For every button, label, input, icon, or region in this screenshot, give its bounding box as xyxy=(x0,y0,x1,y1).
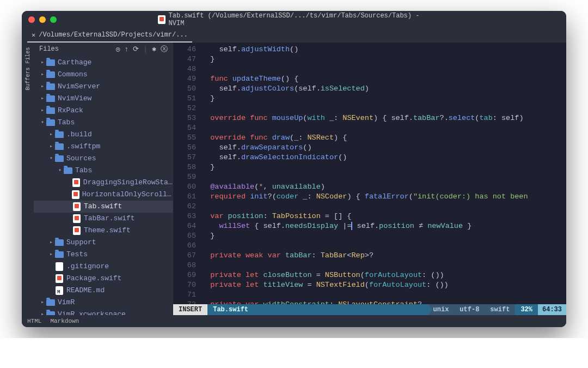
code-line[interactable]: } xyxy=(201,231,566,241)
code-line[interactable] xyxy=(201,123,566,133)
tree-item[interactable]: ▸NvimView xyxy=(34,93,173,105)
chevron-right-icon[interactable]: ▸ xyxy=(48,142,54,152)
code-line[interactable] xyxy=(201,241,566,251)
chevron-right-icon[interactable]: ▸ xyxy=(39,298,46,307)
tree-item[interactable]: Tab.swift xyxy=(34,201,173,213)
line-number: 59 xyxy=(173,172,196,182)
code-line[interactable]: @available(*, unavailable) xyxy=(201,182,566,192)
code-line[interactable]: func updateTheme() { xyxy=(201,74,566,84)
swift-file-icon xyxy=(72,202,82,211)
code-line[interactable]: override func mouseUp(with _: NSEvent) {… xyxy=(201,113,566,123)
chevron-right-icon[interactable]: ▸ xyxy=(39,94,46,104)
window-minimize-button[interactable] xyxy=(39,16,46,23)
chevron-right-icon[interactable]: ▸ xyxy=(39,106,46,116)
tree-item-label: Tabs xyxy=(75,166,92,176)
editor: 4647484950515253545556575859606162636465… xyxy=(173,43,566,315)
tab-close-icon[interactable]: ✕ xyxy=(32,31,35,39)
code-line[interactable]: override func draw(_: NSRect) { xyxy=(201,133,566,143)
footer-tool-html[interactable]: HTML xyxy=(27,318,41,324)
tree-item[interactable]: DraggingSingleRowStack xyxy=(34,177,173,189)
tree-item[interactable]: ▾Tabs xyxy=(34,117,173,129)
code-line[interactable]: willSet { self.needsDisplay |= self.posi… xyxy=(201,221,566,231)
folder-icon xyxy=(54,131,64,138)
code-line[interactable] xyxy=(201,202,566,212)
code-line[interactable]: self.adjustWidth() xyxy=(201,45,566,55)
markdown-file-icon xyxy=(54,286,64,295)
code-line[interactable]: var position: TabPosition = [] { xyxy=(201,212,566,221)
code-line[interactable]: } xyxy=(201,162,566,172)
tab-label: /Volumes/ExternalSSD/Projects/vimr/... xyxy=(39,31,188,39)
document-tab[interactable]: ✕ /Volumes/ExternalSSD/Projects/vimr/... xyxy=(27,29,192,43)
tree-item[interactable]: ▸Support xyxy=(34,237,173,249)
folder-icon xyxy=(54,143,64,150)
tree-item[interactable]: .gitignore xyxy=(34,261,173,273)
chevron-down-icon[interactable]: ▾ xyxy=(48,154,54,164)
tree-item[interactable]: ▸RxPack xyxy=(34,105,173,117)
code-line[interactable] xyxy=(201,104,566,113)
code-line[interactable] xyxy=(201,64,566,74)
code-line[interactable] xyxy=(201,261,566,270)
window-title-text: Tab.swift (/Volumes/ExternalSSD/.../ts/v… xyxy=(169,12,430,27)
tree-item-label: Sources xyxy=(66,154,96,164)
code-line[interactable]: required init?(coder _: NSCoder) { fatal… xyxy=(201,192,566,202)
chevron-down-icon[interactable]: ▾ xyxy=(57,166,63,176)
scroll-to-file-icon[interactable]: ◎ xyxy=(116,45,120,53)
window-maximize-button[interactable] xyxy=(50,16,57,23)
side-tab-buffers[interactable]: Buffers xyxy=(25,67,31,90)
tree-item[interactable]: ▸VimR xyxy=(34,297,173,309)
chevron-right-icon[interactable]: ▸ xyxy=(48,238,54,248)
file-tree[interactable]: ▸Carthage▸Commons▸NvimServer▸NvimView▸Rx… xyxy=(34,56,173,315)
chevron-right-icon[interactable]: ▸ xyxy=(39,58,46,68)
tree-item-label: Package.swift xyxy=(66,274,121,283)
window-close-button[interactable] xyxy=(28,16,35,23)
tree-item[interactable]: ▾Sources xyxy=(34,153,173,165)
code-line[interactable]: } xyxy=(201,55,566,64)
tree-item[interactable]: ▾Tabs xyxy=(34,165,173,177)
code-line[interactable]: } xyxy=(201,94,566,104)
settings-icon[interactable]: ✱ xyxy=(152,45,156,53)
footer-tool-markdown[interactable]: Markdown xyxy=(50,318,79,324)
tree-item[interactable]: ▸.swiftpm xyxy=(34,141,173,153)
tree-item[interactable]: HorizontalOnlyScrollView xyxy=(34,189,173,201)
tree-item[interactable]: TabBar.swift xyxy=(34,213,173,225)
line-number: 68 xyxy=(173,261,196,270)
line-number: 51 xyxy=(173,94,196,104)
code-line[interactable]: private weak var tabBar: TabBar<Rep>? xyxy=(201,251,566,261)
line-number: 71 xyxy=(173,290,196,300)
chevron-right-icon[interactable]: ▸ xyxy=(48,250,54,260)
code-line[interactable] xyxy=(201,172,566,182)
chevron-right-icon[interactable]: ▸ xyxy=(48,130,54,140)
go-up-icon[interactable]: ↑ xyxy=(125,45,129,53)
chevron-down-icon[interactable]: ▾ xyxy=(39,118,46,128)
tree-item-label: Commons xyxy=(58,70,88,80)
code-line[interactable]: private var widthConstraint: NSLayoutCon… xyxy=(201,300,566,304)
tree-item[interactable]: Package.swift xyxy=(34,273,173,285)
refresh-icon[interactable]: ⟳ xyxy=(133,45,139,53)
tree-item[interactable]: ▸Carthage xyxy=(34,57,173,69)
tree-item-label: Support xyxy=(66,238,96,248)
folder-icon xyxy=(46,119,56,126)
code-line[interactable] xyxy=(201,290,566,300)
chevron-right-icon[interactable]: ▸ xyxy=(39,70,46,80)
tree-item[interactable]: ▸Commons xyxy=(34,69,173,81)
chevron-right-icon[interactable]: ▸ xyxy=(39,82,46,92)
code-line[interactable]: self.drawSeparators() xyxy=(201,143,566,153)
code-line[interactable]: self.drawSelectionIndicator() xyxy=(201,153,566,162)
tree-item[interactable]: ▸Tests xyxy=(34,249,173,261)
side-tab-files[interactable]: Files xyxy=(25,47,31,63)
tree-item[interactable]: ▸VimR.xcworkspace xyxy=(34,309,173,315)
tree-item[interactable]: Theme.swift xyxy=(34,225,173,237)
status-bar: INSERT Tab.swift unix utf-8 swift 32% 64… xyxy=(173,304,566,315)
file-icon xyxy=(54,262,64,271)
code-line[interactable]: private let closeButton = NSButton(forAu… xyxy=(201,270,566,280)
tree-item[interactable]: ▸.build xyxy=(34,129,173,141)
status-percent: 32% xyxy=(515,304,538,315)
code-line[interactable]: self.adjustColors(self.isSelected) xyxy=(201,84,566,94)
close-sidebar-icon[interactable]: ⓧ xyxy=(161,44,168,54)
tree-item[interactable]: ▸NvimServer xyxy=(34,81,173,93)
code-line[interactable]: private let titleView = NSTextField(forA… xyxy=(201,280,566,290)
tree-item[interactable]: README.md xyxy=(34,285,173,297)
code-area[interactable]: 4647484950515253545556575859606162636465… xyxy=(173,43,566,304)
code-lines[interactable]: self.adjustWidth() } func updateTheme() … xyxy=(201,43,566,304)
chevron-right-icon[interactable]: ▸ xyxy=(39,310,46,315)
